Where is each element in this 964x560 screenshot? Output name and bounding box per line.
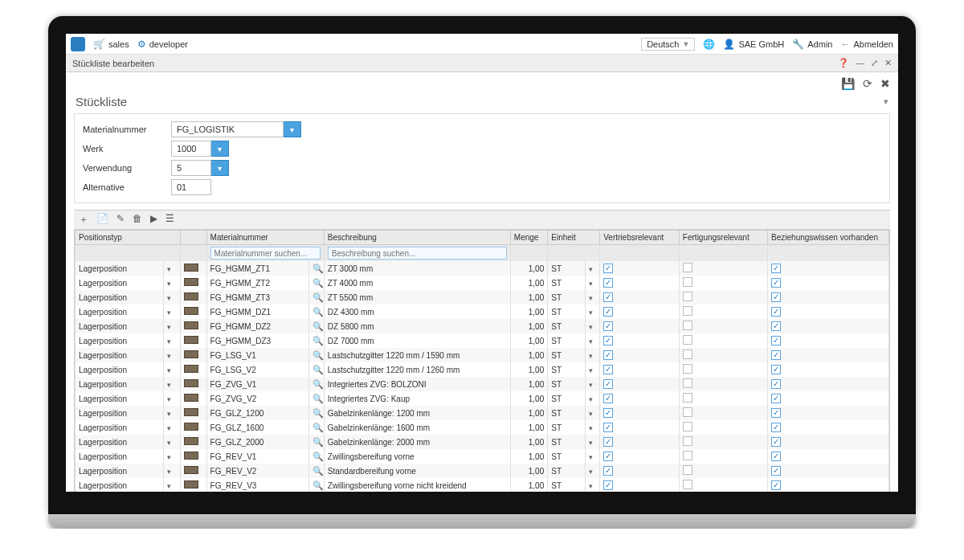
thumbnail-icon[interactable] [184, 437, 198, 445]
positionstyp-dropdown-icon[interactable]: ▾ [167, 468, 171, 476]
search-material-icon[interactable]: 🔍 [312, 423, 324, 432]
einheit-dropdown-icon[interactable]: ▾ [589, 366, 593, 374]
checkbox-icon[interactable]: ✓ [603, 480, 613, 490]
checkbox-icon[interactable]: ✓ [771, 264, 781, 273]
checkbox-icon[interactable]: ✓ [771, 379, 781, 389]
einheit-dropdown-icon[interactable]: ▾ [589, 453, 593, 461]
thumbnail-icon[interactable] [184, 394, 198, 402]
search-material-icon[interactable]: 🔍 [312, 452, 324, 461]
table-row[interactable]: Lagerposition▾FG_HGMM_DZ2🔍DZ 5800 mm1,00… [76, 319, 889, 333]
checkbox-icon[interactable]: ✓ [771, 278, 781, 288]
col-fertigungsrelevant[interactable]: Fertigungsrelevant [679, 231, 767, 245]
positionstyp-dropdown-icon[interactable]: ▾ [167, 323, 171, 331]
checkbox-icon[interactable] [683, 436, 692, 446]
checkbox-icon[interactable]: ✓ [771, 365, 781, 374]
positionstyp-dropdown-icon[interactable]: ▾ [167, 265, 171, 273]
edit-row-icon[interactable]: ✎ [116, 213, 125, 227]
checkbox-icon[interactable]: ✓ [603, 365, 613, 374]
positionstyp-dropdown-icon[interactable]: ▾ [167, 280, 171, 288]
list-view-icon[interactable]: ☰ [165, 213, 174, 227]
input-verwendung[interactable] [171, 160, 211, 176]
thumbnail-icon[interactable] [184, 264, 198, 272]
checkbox-icon[interactable]: ✓ [603, 408, 613, 418]
einheit-dropdown-icon[interactable]: ▾ [589, 352, 593, 360]
einheit-dropdown-icon[interactable]: ▾ [589, 381, 593, 389]
positionstyp-dropdown-icon[interactable]: ▾ [167, 424, 171, 432]
einheit-dropdown-icon[interactable]: ▾ [589, 410, 593, 418]
thumbnail-icon[interactable] [184, 379, 198, 387]
close-form-icon[interactable]: ✖ [880, 77, 890, 90]
checkbox-icon[interactable] [683, 335, 692, 345]
table-row[interactable]: Lagerposition▾FG_LSG_V2🔍Lastschutzgitter… [76, 362, 889, 377]
checkbox-icon[interactable] [683, 321, 692, 330]
table-row[interactable]: Lagerposition▾FG_REV_V3🔍Zwillingsbereifu… [76, 478, 889, 492]
checkbox-icon[interactable] [683, 407, 692, 417]
checkbox-icon[interactable]: ✓ [771, 437, 781, 447]
checkbox-icon[interactable]: ✓ [603, 379, 613, 389]
maximize-icon[interactable]: ⤢ [871, 58, 878, 68]
checkbox-icon[interactable] [683, 306, 692, 316]
checkbox-icon[interactable]: ✓ [771, 480, 781, 490]
positionstyp-dropdown-icon[interactable]: ▾ [167, 482, 171, 490]
checkbox-icon[interactable]: ✓ [603, 466, 613, 476]
col-positionstyp[interactable]: Positionstyp [76, 231, 181, 245]
checkbox-icon[interactable] [683, 451, 692, 460]
search-material-icon[interactable]: 🔍 [312, 307, 324, 317]
col-materialnummer[interactable]: Materialnummer [206, 231, 324, 245]
admin-menu[interactable]: 🔧 Admin [792, 39, 832, 50]
table-row[interactable]: Lagerposition▾FG_ZVG_V2🔍Integriertes ZVG… [76, 391, 889, 406]
search-material-icon[interactable]: 🔍 [312, 379, 324, 389]
checkbox-icon[interactable]: ✓ [603, 307, 613, 317]
einheit-dropdown-icon[interactable]: ▾ [589, 337, 593, 345]
copy-row-icon[interactable]: 📄 [96, 213, 108, 227]
checkbox-icon[interactable]: ✓ [603, 394, 613, 403]
materialnummer-dropdown[interactable]: ▾ [284, 121, 301, 137]
checkbox-icon[interactable]: ✓ [771, 350, 781, 360]
checkbox-icon[interactable]: ✓ [771, 423, 781, 432]
logout-button[interactable]: ← Abmelden [840, 39, 893, 50]
einheit-dropdown-icon[interactable]: ▾ [589, 468, 593, 476]
checkbox-icon[interactable] [683, 393, 692, 403]
einheit-dropdown-icon[interactable]: ▾ [589, 280, 593, 288]
einheit-dropdown-icon[interactable]: ▾ [589, 309, 593, 317]
checkbox-icon[interactable]: ✓ [771, 336, 781, 345]
table-row[interactable]: Lagerposition▾FG_GLZ_1600🔍Gabelzinkenlän… [76, 420, 889, 435]
table-row[interactable]: Lagerposition▾FG_GLZ_2000🔍Gabelzinkenlän… [76, 435, 889, 449]
thumbnail-icon[interactable] [184, 350, 198, 358]
checkbox-icon[interactable] [683, 277, 692, 287]
refresh-icon[interactable]: ⟳ [863, 77, 872, 90]
thumbnail-icon[interactable] [184, 423, 198, 431]
filter-materialnummer[interactable] [210, 247, 321, 260]
checkbox-icon[interactable]: ✓ [771, 292, 781, 302]
checkbox-icon[interactable] [683, 349, 692, 359]
positionstyp-dropdown-icon[interactable]: ▾ [167, 352, 171, 360]
close-tab-icon[interactable]: ✕ [884, 58, 892, 68]
thumbnail-icon[interactable] [184, 408, 198, 416]
einheit-dropdown-icon[interactable]: ▾ [589, 323, 593, 331]
search-material-icon[interactable]: 🔍 [312, 365, 324, 374]
checkbox-icon[interactable]: ✓ [603, 350, 613, 360]
positionstyp-dropdown-icon[interactable]: ▾ [167, 337, 171, 345]
nav-sales[interactable]: 🛒 sales [93, 39, 129, 50]
einheit-dropdown-icon[interactable]: ▾ [589, 424, 593, 432]
nav-developer[interactable]: ⚙ developer [137, 39, 188, 50]
einheit-dropdown-icon[interactable]: ▾ [589, 294, 593, 302]
checkbox-icon[interactable]: ✓ [771, 452, 781, 461]
einheit-dropdown-icon[interactable]: ▾ [589, 395, 593, 403]
einheit-dropdown-icon[interactable]: ▾ [589, 439, 593, 447]
checkbox-icon[interactable] [683, 422, 692, 431]
table-row[interactable]: Lagerposition▾FG_HGMM_ZT1🔍ZT 3000 mm1,00… [76, 261, 889, 276]
checkbox-icon[interactable] [683, 480, 692, 489]
checkbox-icon[interactable] [683, 465, 692, 475]
thumbnail-icon[interactable] [184, 307, 198, 315]
positionstyp-dropdown-icon[interactable]: ▾ [167, 410, 171, 418]
table-row[interactable]: Lagerposition▾FG_REV_V2🔍Standardbereifun… [76, 464, 889, 478]
table-row[interactable]: Lagerposition▾FG_REV_V1🔍Zwillingsbereifu… [76, 449, 889, 464]
search-material-icon[interactable]: 🔍 [312, 336, 324, 345]
move-row-icon[interactable]: ▶ [150, 213, 157, 227]
positionstyp-dropdown-icon[interactable]: ▾ [167, 453, 171, 461]
filter-beschreibung[interactable] [328, 247, 507, 260]
thumbnail-icon[interactable] [184, 452, 198, 460]
checkbox-icon[interactable]: ✓ [603, 437, 613, 447]
table-row[interactable]: Lagerposition▾FG_HGMM_ZT3🔍ZT 5500 mm1,00… [76, 290, 889, 305]
